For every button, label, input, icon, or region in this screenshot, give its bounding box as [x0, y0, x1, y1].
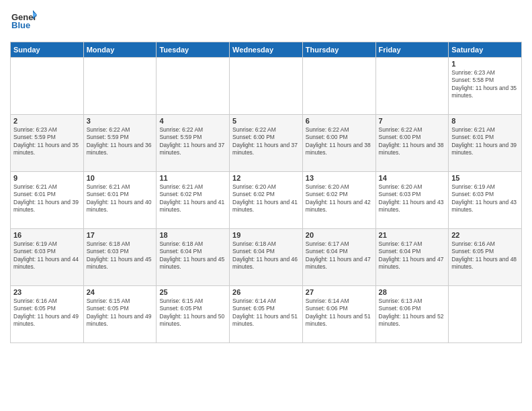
calendar-day-cell: 16Sunrise: 6:19 AM Sunset: 6:03 PM Dayli…: [11, 229, 84, 286]
day-number: 28: [379, 288, 446, 296]
calendar-header-row: SundayMondayTuesdayWednesdayThursdayFrid…: [11, 42, 522, 58]
day-number: 27: [306, 288, 373, 296]
day-number: 18: [159, 231, 226, 239]
calendar-day-header: Sunday: [11, 42, 84, 58]
day-number: 19: [232, 231, 300, 239]
day-number: 13: [306, 174, 373, 182]
calendar-day-cell: 24Sunrise: 6:15 AM Sunset: 6:05 PM Dayli…: [83, 286, 157, 343]
calendar-day-cell: 22Sunrise: 6:16 AM Sunset: 6:05 PM Dayli…: [449, 229, 522, 286]
day-info: Sunrise: 6:13 AM Sunset: 6:06 PM Dayligh…: [379, 298, 446, 328]
calendar-day-cell: 10Sunrise: 6:21 AM Sunset: 6:01 PM Dayli…: [83, 172, 157, 229]
calendar-day-cell: 25Sunrise: 6:15 AM Sunset: 6:05 PM Dayli…: [157, 286, 230, 343]
day-info: Sunrise: 6:20 AM Sunset: 6:03 PM Dayligh…: [379, 183, 446, 214]
calendar-day-cell: 26Sunrise: 6:14 AM Sunset: 6:05 PM Dayli…: [230, 286, 303, 343]
day-number: 3: [87, 117, 154, 125]
day-info: Sunrise: 6:15 AM Sunset: 6:05 PM Dayligh…: [159, 298, 226, 328]
day-number: 12: [232, 174, 300, 182]
day-info: Sunrise: 6:19 AM Sunset: 6:03 PM Dayligh…: [451, 183, 519, 214]
day-number: 9: [13, 174, 81, 182]
calendar-day-cell: 18Sunrise: 6:18 AM Sunset: 6:04 PM Dayli…: [157, 229, 230, 286]
logo-icon: General Blue: [10, 7, 37, 34]
calendar-day-cell: 7Sunrise: 6:22 AM Sunset: 6:00 PM Daylig…: [375, 115, 449, 172]
calendar-day-cell: [375, 58, 449, 115]
day-info: Sunrise: 6:18 AM Sunset: 6:03 PM Dayligh…: [87, 240, 154, 271]
calendar-week-row: 16Sunrise: 6:19 AM Sunset: 6:03 PM Dayli…: [11, 229, 522, 286]
day-info: Sunrise: 6:22 AM Sunset: 6:00 PM Dayligh…: [306, 126, 373, 157]
day-number: 8: [451, 117, 519, 125]
day-info: Sunrise: 6:21 AM Sunset: 6:01 PM Dayligh…: [13, 183, 81, 214]
calendar-day-cell: 6Sunrise: 6:22 AM Sunset: 6:00 PM Daylig…: [302, 115, 375, 172]
calendar-day-header: Wednesday: [230, 42, 303, 58]
calendar-day-cell: 15Sunrise: 6:19 AM Sunset: 6:03 PM Dayli…: [449, 172, 522, 229]
calendar-week-row: 1Sunrise: 6:23 AM Sunset: 5:58 PM Daylig…: [11, 58, 522, 115]
calendar-day-cell: [449, 286, 522, 343]
calendar-day-cell: 14Sunrise: 6:20 AM Sunset: 6:03 PM Dayli…: [375, 172, 449, 229]
calendar-day-cell: 5Sunrise: 6:22 AM Sunset: 6:00 PM Daylig…: [230, 115, 303, 172]
calendar-day-header: Friday: [375, 42, 449, 58]
day-info: Sunrise: 6:17 AM Sunset: 6:04 PM Dayligh…: [306, 240, 373, 271]
day-info: Sunrise: 6:22 AM Sunset: 5:59 PM Dayligh…: [159, 126, 226, 157]
calendar-day-cell: 21Sunrise: 6:17 AM Sunset: 6:04 PM Dayli…: [375, 229, 449, 286]
page-header: General Blue: [10, 7, 522, 36]
calendar-day-cell: 23Sunrise: 6:16 AM Sunset: 6:05 PM Dayli…: [11, 286, 84, 343]
svg-text:Blue: Blue: [11, 20, 30, 30]
calendar-day-cell: [157, 58, 230, 115]
day-info: Sunrise: 6:16 AM Sunset: 6:05 PM Dayligh…: [13, 298, 81, 328]
day-number: 26: [232, 288, 300, 296]
day-number: 23: [13, 288, 81, 296]
calendar-day-cell: [11, 58, 84, 115]
calendar-day-cell: 20Sunrise: 6:17 AM Sunset: 6:04 PM Dayli…: [302, 229, 375, 286]
calendar-day-cell: 4Sunrise: 6:22 AM Sunset: 5:59 PM Daylig…: [157, 115, 230, 172]
day-info: Sunrise: 6:20 AM Sunset: 6:02 PM Dayligh…: [232, 183, 300, 214]
calendar-day-cell: [83, 58, 157, 115]
day-number: 17: [87, 231, 154, 239]
calendar-day-cell: 17Sunrise: 6:18 AM Sunset: 6:03 PM Dayli…: [83, 229, 157, 286]
day-info: Sunrise: 6:18 AM Sunset: 6:04 PM Dayligh…: [232, 240, 300, 271]
day-info: Sunrise: 6:20 AM Sunset: 6:02 PM Dayligh…: [306, 183, 373, 214]
calendar-day-header: Thursday: [302, 42, 375, 58]
day-number: 1: [451, 60, 519, 68]
day-info: Sunrise: 6:14 AM Sunset: 6:05 PM Dayligh…: [232, 298, 300, 328]
day-info: Sunrise: 6:19 AM Sunset: 6:03 PM Dayligh…: [13, 240, 81, 271]
day-number: 5: [232, 117, 300, 125]
day-info: Sunrise: 6:22 AM Sunset: 5:59 PM Dayligh…: [87, 126, 154, 157]
day-number: 6: [306, 117, 373, 125]
calendar-day-cell: 12Sunrise: 6:20 AM Sunset: 6:02 PM Dayli…: [230, 172, 303, 229]
calendar-day-cell: 1Sunrise: 6:23 AM Sunset: 5:58 PM Daylig…: [449, 58, 522, 115]
day-info: Sunrise: 6:22 AM Sunset: 6:00 PM Dayligh…: [232, 126, 300, 157]
day-info: Sunrise: 6:18 AM Sunset: 6:04 PM Dayligh…: [159, 240, 226, 271]
day-info: Sunrise: 6:15 AM Sunset: 6:05 PM Dayligh…: [87, 298, 154, 328]
day-info: Sunrise: 6:14 AM Sunset: 6:06 PM Dayligh…: [306, 298, 373, 328]
calendar-day-cell: 8Sunrise: 6:21 AM Sunset: 6:01 PM Daylig…: [449, 115, 522, 172]
day-info: Sunrise: 6:21 AM Sunset: 6:02 PM Dayligh…: [159, 183, 226, 214]
calendar-day-cell: 3Sunrise: 6:22 AM Sunset: 5:59 PM Daylig…: [83, 115, 157, 172]
day-number: 11: [159, 174, 226, 182]
calendar-day-cell: 11Sunrise: 6:21 AM Sunset: 6:02 PM Dayli…: [157, 172, 230, 229]
calendar-day-cell: 2Sunrise: 6:23 AM Sunset: 5:59 PM Daylig…: [11, 115, 84, 172]
day-info: Sunrise: 6:17 AM Sunset: 6:04 PM Dayligh…: [379, 240, 446, 271]
calendar-day-header: Saturday: [449, 42, 522, 58]
logo: General Blue: [10, 7, 37, 36]
calendar-week-row: 9Sunrise: 6:21 AM Sunset: 6:01 PM Daylig…: [11, 172, 522, 229]
day-number: 21: [379, 231, 446, 239]
calendar-day-header: Tuesday: [157, 42, 230, 58]
calendar-day-cell: 27Sunrise: 6:14 AM Sunset: 6:06 PM Dayli…: [302, 286, 375, 343]
calendar-day-cell: 9Sunrise: 6:21 AM Sunset: 6:01 PM Daylig…: [11, 172, 84, 229]
calendar-day-cell: 28Sunrise: 6:13 AM Sunset: 6:06 PM Dayli…: [375, 286, 449, 343]
day-info: Sunrise: 6:21 AM Sunset: 6:01 PM Dayligh…: [451, 126, 519, 157]
calendar-day-cell: [302, 58, 375, 115]
day-number: 4: [159, 117, 226, 125]
day-number: 22: [451, 231, 519, 239]
calendar-table: SundayMondayTuesdayWednesdayThursdayFrid…: [10, 42, 522, 343]
day-number: 16: [13, 231, 81, 239]
calendar-day-cell: 19Sunrise: 6:18 AM Sunset: 6:04 PM Dayli…: [230, 229, 303, 286]
day-number: 24: [87, 288, 154, 296]
day-number: 20: [306, 231, 373, 239]
day-number: 2: [13, 117, 81, 125]
calendar-day-cell: [230, 58, 303, 115]
day-info: Sunrise: 6:16 AM Sunset: 6:05 PM Dayligh…: [451, 240, 519, 271]
calendar-day-cell: 13Sunrise: 6:20 AM Sunset: 6:02 PM Dayli…: [302, 172, 375, 229]
day-number: 7: [379, 117, 446, 125]
day-info: Sunrise: 6:21 AM Sunset: 6:01 PM Dayligh…: [87, 183, 154, 214]
day-number: 25: [159, 288, 226, 296]
